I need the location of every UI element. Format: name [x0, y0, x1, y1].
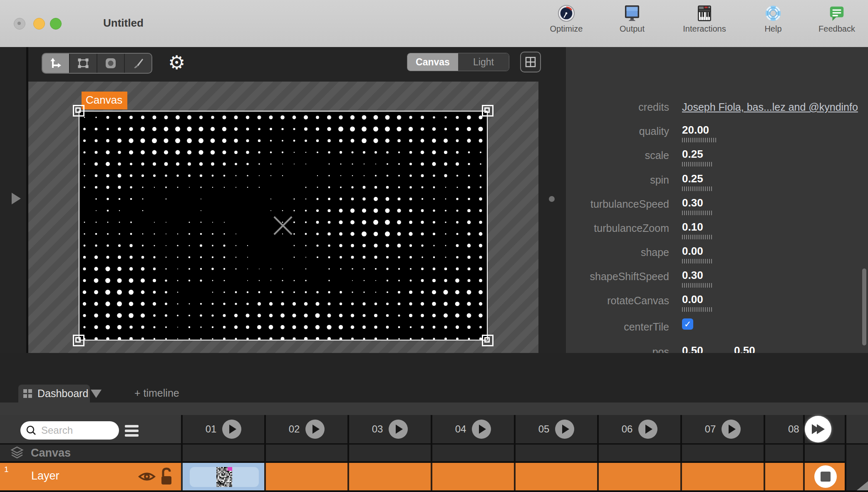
toolbar-item-optimize[interactable]: Optimize	[535, 4, 598, 34]
column-play-button-04[interactable]	[472, 420, 491, 439]
canvas-group-cell-03	[347, 445, 431, 461]
layer-clip-cell-01[interactable]	[181, 463, 264, 490]
expand-left-panel-handle[interactable]	[12, 193, 21, 204]
active-clip[interactable]	[190, 467, 259, 487]
toolbar-item-help[interactable]: Help	[742, 4, 804, 34]
toggle-option-light[interactable]: Light	[458, 53, 509, 71]
window-minimize-button[interactable]	[33, 18, 45, 30]
toolbar-item-interactions[interactable]: Interactions	[673, 4, 736, 34]
layer-clip-cell-03[interactable]	[347, 463, 431, 490]
layer-clip-cell-07[interactable]	[680, 463, 764, 490]
property-label: quality	[566, 125, 669, 137]
search-input[interactable]	[40, 424, 109, 437]
layer-name: Layer	[31, 470, 60, 482]
mask-tool-icon	[104, 56, 118, 70]
canvas-group-cell-05	[514, 445, 597, 461]
value-scrubber[interactable]	[682, 235, 713, 239]
toolbar-item-label: Output	[620, 24, 645, 34]
property-row-rotateCanvas: rotateCanvas 0.00	[566, 295, 868, 319]
window-close-button[interactable]	[14, 18, 25, 30]
property-row-turbulanceSpeed: turbulanceSpeed 0.30	[566, 198, 868, 222]
column-play-button-02[interactable]	[305, 420, 325, 439]
selection-handle-bottom-right[interactable]	[482, 335, 494, 346]
column-play-button-07[interactable]	[722, 420, 741, 439]
value-scrubber[interactable]	[682, 259, 713, 263]
toolbar-item-output[interactable]: Output	[601, 4, 663, 34]
toolbar-item-feedback[interactable]: Feedback	[806, 4, 868, 34]
property-value[interactable]: 20.00	[682, 124, 709, 137]
canvas-group-row[interactable]: Canvas	[0, 445, 181, 461]
selection-handle-top-right[interactable]	[482, 105, 494, 117]
value-scrubber[interactable]	[682, 211, 713, 215]
tab-dashboard[interactable]: Dashboard	[18, 385, 90, 403]
property-value[interactable]: 0.00	[682, 245, 703, 258]
tool-selector	[42, 53, 152, 74]
stop-button[interactable]	[814, 465, 837, 488]
properties-panel: credits Joseph Fiola, bas...lez and @kyn…	[566, 47, 868, 353]
layer-clip-cell-06[interactable]	[597, 463, 680, 490]
layer-lock-open-icon[interactable]	[159, 467, 173, 486]
column-play-button-01[interactable]	[222, 420, 241, 439]
property-label: scale	[566, 149, 669, 162]
column-play-button-03[interactable]	[389, 420, 408, 439]
value-scrubber[interactable]	[682, 283, 713, 288]
layer-index: 1	[4, 465, 9, 474]
property-value[interactable]: 0.30	[682, 269, 703, 282]
layer-clip-cell-08[interactable]	[764, 463, 803, 490]
value-scrubber[interactable]	[682, 162, 713, 166]
mask-tool-button[interactable]	[97, 54, 125, 73]
selection-handle-bottom-left[interactable]	[73, 335, 84, 346]
property-label: turbulanceSpeed	[566, 198, 669, 210]
play-all-button[interactable]	[805, 416, 831, 442]
property-value[interactable]: 0.00	[682, 293, 703, 306]
layer-clip-cell-04[interactable]	[431, 463, 514, 490]
warp-tool-button[interactable]	[70, 54, 97, 73]
property-row-centerTile: centerTile	[566, 321, 868, 345]
panel-divider-handle-right[interactable]	[549, 196, 555, 202]
layer-clip-cell-02[interactable]	[264, 463, 347, 490]
property-label: centerTile	[566, 321, 669, 333]
move-tool-button[interactable]	[42, 54, 70, 73]
canvas-group-cell-01	[181, 445, 264, 461]
property-row-quality: quality 20.00	[566, 125, 868, 149]
toolbar-item-label: Optimize	[550, 24, 583, 34]
value-scrubber[interactable]	[682, 307, 713, 312]
centerTile-checkbox[interactable]	[682, 318, 693, 330]
timeline-right-gutter	[845, 415, 868, 443]
tab-menu-caret-icon[interactable]	[91, 390, 102, 398]
property-label: spin	[566, 174, 669, 186]
canvas-group-cell-06	[597, 445, 680, 461]
column-header-07: 07	[680, 415, 764, 443]
window-zoom-button[interactable]	[50, 18, 62, 30]
property-value[interactable]: 0.30	[682, 196, 703, 209]
property-row-credits: credits Joseph Fiola, bas...lez and @kyn…	[566, 101, 868, 125]
canvas-settings-gear-icon[interactable]: ⚙	[168, 53, 185, 72]
search-box[interactable]	[20, 421, 119, 440]
value-scrubber[interactable]	[682, 186, 713, 191]
toggle-option-canvas[interactable]: Canvas	[407, 53, 458, 71]
layer-clip-cell-05[interactable]	[514, 463, 597, 490]
property-label: shape	[566, 246, 669, 258]
selection-handle-top-left[interactable]	[73, 105, 84, 117]
canvas-light-toggle: Canvas Light	[407, 53, 509, 71]
credits-link[interactable]: Joseph Fiola, bas...lez and @kyndinfo	[682, 101, 858, 113]
properties-scrollbar[interactable]	[862, 268, 866, 345]
property-value[interactable]: 0.25	[682, 172, 703, 185]
list-menu-icon[interactable]	[125, 425, 139, 437]
add-timeline-button[interactable]: + timeline	[134, 387, 179, 399]
property-label: credits	[566, 101, 669, 113]
property-value[interactable]: 0.25	[682, 148, 703, 161]
column-header-03: 03	[347, 415, 431, 443]
layer-visibility-eye-icon[interactable]	[138, 470, 156, 484]
column-play-button-06[interactable]	[638, 420, 657, 439]
lifebuoy-icon	[764, 4, 782, 22]
brush-tool-button[interactable]	[125, 54, 151, 73]
column-header-01: 01	[181, 415, 264, 443]
column-play-button-05[interactable]	[555, 420, 574, 439]
dashboard-grid-icon	[23, 389, 32, 398]
value-scrubber[interactable]	[682, 138, 717, 142]
canvas-group-cell-02	[264, 445, 347, 461]
canvas-selection-label: Canvas	[82, 92, 127, 109]
grid-view-button[interactable]	[520, 52, 541, 72]
property-value[interactable]: 0.10	[682, 221, 703, 234]
